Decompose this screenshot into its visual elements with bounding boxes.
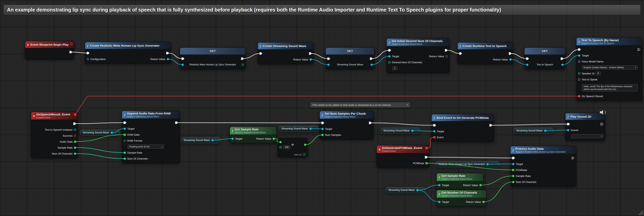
- graph-canvas[interactable]: An example demonstrating lip sync during…: [0, 0, 644, 216]
- pin-exec-out[interactable]: [445, 49, 448, 52]
- node-header[interactable]: SET: [326, 48, 374, 55]
- node-header[interactable]: ƒBind Event to On Generate PCMData: [432, 114, 494, 121]
- node-get-streaming-sound-wave[interactable]: Streaming Sound Wave: [279, 126, 318, 132]
- pin-out[interactable]: [212, 139, 214, 141]
- pin-return[interactable]: [273, 138, 275, 140]
- pin-exec-out[interactable]: [241, 57, 244, 60]
- pin-return[interactable]: [509, 58, 512, 61]
- pin-exec-in[interactable]: [182, 57, 184, 60]
- node-get-streaming-sound-wave[interactable]: Streaming Sound Wave: [380, 128, 420, 134]
- pin-num-channels[interactable]: [74, 153, 76, 155]
- node-get-sample-rate[interactable]: ƒGet Sample RateTarget is Imported Sound…: [230, 127, 277, 143]
- pin-sample-rate[interactable]: [124, 152, 126, 154]
- pin-out[interactable]: [544, 130, 546, 132]
- pin-value-out[interactable]: [242, 64, 244, 66]
- pin-out[interactable]: [411, 130, 414, 132]
- pin-out[interactable]: [111, 132, 113, 134]
- value-input[interactable]: 100: [283, 145, 290, 149]
- pin-voice-model-name[interactable]: [578, 60, 580, 63]
- pin-raw-data[interactable]: [124, 134, 126, 136]
- pin-text-to-speak[interactable]: [578, 78, 580, 81]
- pin-exec-out[interactable]: [309, 52, 312, 55]
- node-header[interactable]: ƒSet Num Samples Per ChunkTarget is Impo…: [320, 111, 373, 119]
- text-input[interactable]: Hello, world! The lips of the MetaHuman …: [582, 84, 638, 92]
- node-header[interactable]: ƒProcess Audio DataTarget is Realistic M…: [510, 146, 576, 154]
- pin-exec-out[interactable]: [70, 51, 72, 53]
- node-header[interactable]: ƒGet Sample RateTarget is Imported Sound…: [437, 173, 483, 181]
- pin-exec-out[interactable]: [166, 52, 169, 54]
- pin-return[interactable]: [310, 58, 312, 61]
- node-header[interactable]: ƒSet Initial Desired Num Of ChannelsTarg…: [387, 38, 449, 46]
- node-set-text-to-speech[interactable]: SETText to Speech: [524, 47, 565, 69]
- pin-exec-in[interactable]: [322, 122, 324, 124]
- pin-tts-instance[interactable]: [74, 129, 76, 131]
- pin-exec-in[interactable]: [567, 123, 570, 125]
- node-header[interactable]: SET: [180, 48, 246, 55]
- pin-speaker-id[interactable]: [578, 72, 580, 75]
- node-get-streaming-sound-wave[interactable]: Streaming Sound Wave: [513, 128, 553, 134]
- pin-target[interactable]: [512, 163, 514, 165]
- pin-exec-out[interactable]: [73, 122, 76, 125]
- pin-delegate[interactable]: [74, 113, 76, 116]
- node-get-streaming-sound-wave[interactable]: Streaming Sound Wave: [386, 187, 426, 193]
- node-append-audio-data-from-raw[interactable]: ƒAppend Audio Data From RAWTarget is Str…: [122, 111, 180, 163]
- node-create-runtime-text-to-speech[interactable]: ƒCreate Runtime Text to SpeechReturn Val…: [458, 42, 513, 64]
- pin-target[interactable]: [578, 54, 580, 57]
- pin-exec-in[interactable]: [124, 121, 126, 124]
- pin-sample-rate[interactable]: [512, 175, 514, 177]
- node-header[interactable]: ƒCreate Runtime Text to Speech: [458, 42, 513, 49]
- pin-exec-out[interactable]: [425, 156, 428, 159]
- pin-exec-in[interactable]: [87, 52, 90, 54]
- pin-exec-in[interactable]: [526, 57, 529, 60]
- pin-pcmdata[interactable]: [426, 162, 428, 164]
- pin-out[interactable]: [310, 128, 312, 130]
- comment-bubble[interactable]: This needs to be called so that audio is…: [310, 102, 410, 108]
- add-pin-button[interactable]: Add pin+: [294, 153, 306, 156]
- pin-exec-in[interactable]: [578, 48, 581, 51]
- pin-num-channels[interactable]: [512, 181, 514, 183]
- node-header[interactable]: ƒGet Sample RateTarget is Imported Sound…: [230, 127, 276, 135]
- pin-b[interactable]: [280, 146, 282, 148]
- node-create-realistic-metahuman-lipsync-generator[interactable]: ƒCreate Realistic Meta Human Lip Sync Ge…: [85, 42, 171, 64]
- node-get-realistic-metahuman-lipsync-generator[interactable]: Realistic Meta Human Lip Sync Generator: [436, 161, 500, 167]
- pin-exec-in[interactable]: [260, 52, 262, 55]
- pin-num-channels[interactable]: [124, 158, 126, 160]
- pin-exec-in[interactable]: [388, 49, 391, 52]
- pin-exec-out[interactable]: [638, 48, 640, 51]
- pin-success[interactable]: [74, 135, 76, 137]
- pin-exec-in[interactable]: [512, 157, 515, 159]
- pin-value-in[interactable]: [328, 64, 330, 66]
- node-event-begin-play[interactable]: ◈Event Blueprint Begin Play: [25, 41, 74, 59]
- pin-delegate[interactable]: [70, 43, 72, 45]
- pin-exec-out[interactable]: [490, 124, 492, 127]
- pin-value-in[interactable]: [182, 64, 184, 66]
- comment-menu-icon[interactable]: ≡: [406, 103, 408, 107]
- pin-target[interactable]: [438, 184, 440, 186]
- pin-exec-out[interactable]: [369, 122, 372, 124]
- node-header[interactable]: SET: [524, 48, 565, 55]
- pin-exec-out[interactable]: [561, 57, 564, 60]
- node-header[interactable]: ◈OnGeneratePCMData_EventCustom Event: [377, 145, 429, 153]
- pin-configuration[interactable]: [87, 58, 89, 60]
- pin-exec-in[interactable]: [459, 52, 462, 55]
- pin-value-out[interactable]: [370, 64, 373, 66]
- node-set-realistic-metahuman-lipsync-generator[interactable]: SETRealistic Meta Human Lip Sync Generat…: [180, 47, 246, 69]
- node-header[interactable]: ƒCreate Streaming Sound Wave: [258, 42, 314, 49]
- node-get-streaming-sound-wave[interactable]: Streaming Sound Wave: [80, 130, 120, 136]
- pin-on-speech-result[interactable]: [578, 95, 580, 97]
- pin-delegate[interactable]: [426, 147, 428, 149]
- node-header[interactable]: ƒText To Speech (By Name)Target is Runti…: [576, 38, 642, 45]
- pin-target[interactable]: [433, 130, 436, 132]
- pin-target[interactable]: [438, 201, 440, 203]
- node-create-streaming-sound-wave[interactable]: ƒCreate Streaming Sound WaveReturn Value: [258, 42, 314, 64]
- node-header[interactable]: ◈Event Blueprint Begin Play: [25, 41, 74, 48]
- pin-audio-data[interactable]: [74, 141, 76, 143]
- pin-a[interactable]: [280, 141, 282, 143]
- pin-desired-num-of-channels[interactable]: [388, 61, 390, 63]
- node-get-sample-rate[interactable]: ƒGet Sample RateTarget is Imported Sound…: [436, 173, 484, 190]
- pin-sample-rate[interactable]: [74, 147, 76, 149]
- node-set-initial-desired-num-of-channels[interactable]: ƒSet Initial Desired Num Of ChannelsTarg…: [386, 38, 450, 73]
- pin-out[interactable]: [304, 144, 306, 146]
- node-play-sound-2d[interactable]: ƒPlay Sound 2DSound▾: [565, 113, 605, 141]
- pin-target[interactable]: [322, 128, 324, 130]
